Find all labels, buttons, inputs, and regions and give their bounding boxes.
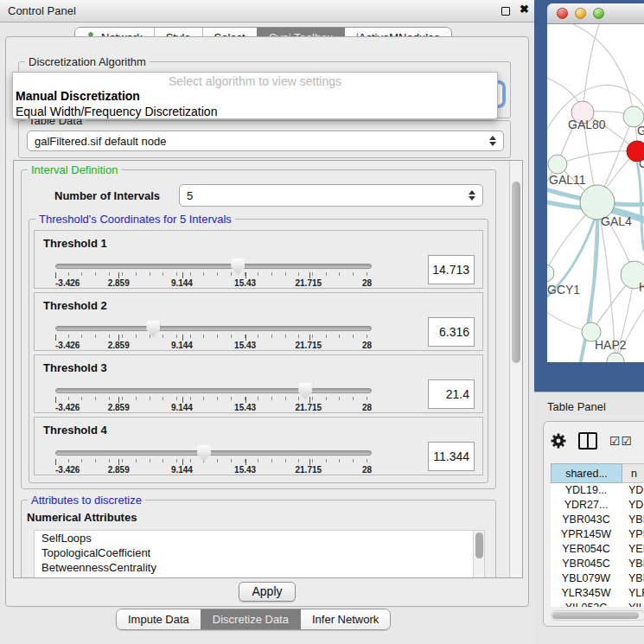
attribute-item[interactable]: TopologicalCoefficient xyxy=(35,545,484,560)
threshold-value-field[interactable]: 14.713 xyxy=(428,255,475,284)
threshold-list: Threshold 1 -3.426 2.859 9.144 15.43 xyxy=(34,230,483,479)
threshold-slider: -3.426 2.859 9.144 15.43 21.715 28 xyxy=(55,383,372,412)
attribute-item[interactable]: SelfLoops xyxy=(35,531,484,545)
columns-icon[interactable] xyxy=(578,432,597,450)
scrollbar-thumb[interactable] xyxy=(512,182,520,363)
table-row[interactable]: YER054C YER0 xyxy=(551,542,644,557)
list-scrollbar[interactable] xyxy=(473,531,484,578)
settings-scrollbar[interactable] xyxy=(509,161,522,577)
node-gal11[interactable] xyxy=(548,155,567,174)
hscroll-thumb[interactable] xyxy=(552,612,639,619)
network-desktop: GAL80 G. C GAL11 GAL4 GCY1 H HAP2 xyxy=(534,0,644,392)
slider-tick-labels: -3.426 2.859 9.144 15.43 21.715 28 xyxy=(55,465,372,475)
node-partial-bottom[interactable] xyxy=(607,353,624,362)
combo-arrows-icon xyxy=(469,190,476,201)
table-panel-title: Table Panel xyxy=(547,400,606,413)
checkbox-icons[interactable]: ☑☑ xyxy=(609,434,633,448)
table-row[interactable]: YPR145W YPR1 xyxy=(551,527,644,542)
bottom-tab-bar: Impute Data Discretize Data Infer Networ… xyxy=(116,609,391,630)
control-panel-titlebar: Control Panel ✖ xyxy=(0,0,534,22)
slider-track[interactable] xyxy=(55,326,372,331)
node-table[interactable]: shared... n YDL19... YDL1 YDR27... YDR2 … xyxy=(551,463,644,607)
thresholds-group: Threshold's Coordinates for 5 Intervals … xyxy=(29,219,488,483)
number-of-intervals-label: Number of Intervals xyxy=(54,189,160,202)
table-data-group: Table Data galFiltered.sif default node xyxy=(18,120,511,158)
threshold-value-field[interactable]: 6.316 xyxy=(428,317,475,347)
slider-track[interactable] xyxy=(55,264,372,269)
float-window-icon[interactable] xyxy=(501,7,510,16)
network-graph: GAL80 G. C GAL11 GAL4 GCY1 H HAP2 xyxy=(547,24,644,362)
zoom-traffic-light[interactable] xyxy=(593,8,604,19)
table-row[interactable]: YDR27... YDR2 xyxy=(551,498,644,513)
algorithm-option-equal-width[interactable]: Equal Width/Frequency Discretization xyxy=(13,104,497,119)
numerical-attributes-list[interactable]: SelfLoopsTopologicalCoefficientBetweenne… xyxy=(34,530,485,578)
close-traffic-light[interactable] xyxy=(557,8,568,19)
slider-ticks xyxy=(55,459,372,465)
slider-ticks xyxy=(55,272,372,278)
algorithm-option-manual[interactable]: Manual Discretization xyxy=(13,88,497,104)
label-gcy1: GCY1 xyxy=(547,283,580,296)
minimize-traffic-light[interactable] xyxy=(575,8,586,19)
table-horizontal-scrollbar[interactable] xyxy=(551,610,644,621)
table-row[interactable]: YBR043C YBR0 xyxy=(551,513,644,527)
apply-button[interactable]: Apply xyxy=(239,582,296,602)
slider-track[interactable] xyxy=(55,450,372,456)
table-row[interactable]: YBL079W YBL0 xyxy=(551,571,644,586)
interval-definition-title: Interval Definition xyxy=(28,163,121,176)
table-row[interactable]: YIL052C YIL0 xyxy=(551,601,644,607)
column-header-shared-name[interactable]: shared... xyxy=(551,463,622,483)
table-data-value: galFiltered.sif default node xyxy=(35,135,166,148)
threshold-label: Threshold 1 xyxy=(43,237,107,250)
node-gcy1[interactable] xyxy=(547,265,554,282)
gear-icon[interactable] xyxy=(551,433,566,449)
slider-tick-labels: -3.426 2.859 9.144 15.43 21.715 28 xyxy=(55,403,372,413)
discretization-algorithm-title: Discretization Algorithm xyxy=(25,55,150,68)
table-panel-toolbar: ☑☑ xyxy=(551,430,633,451)
threshold-slider: -3.426 2.859 9.144 15.43 21.715 28 xyxy=(55,258,372,288)
tab-impute-data[interactable]: Impute Data xyxy=(117,609,201,629)
network-canvas[interactable]: GAL80 G. C GAL11 GAL4 GCY1 H HAP2 xyxy=(547,24,644,362)
table-panel: Table Panel ☑☑ shared... n xyxy=(534,392,644,644)
node-table-header: shared... n xyxy=(551,463,644,483)
table-panel-body: ☑☑ shared... n YDL19... YDL1 YDR27... YD… xyxy=(543,421,644,627)
label-hap2: HAP2 xyxy=(595,338,627,352)
interval-definition-group: Interval Definition Number of Intervals … xyxy=(21,169,496,489)
slider-track[interactable] xyxy=(55,388,372,393)
network-window[interactable]: GAL80 G. C GAL11 GAL4 GCY1 H HAP2 xyxy=(547,3,644,363)
label-gal80: GAL80 xyxy=(568,118,606,131)
threshold-slider: -3.426 2.859 9.144 15.43 21.715 28 xyxy=(55,321,372,350)
attributes-group-title: Attributes to discretize xyxy=(28,494,145,507)
threshold-value-field[interactable]: 11.344 xyxy=(428,442,475,471)
algorithm-dropdown-popup: Select algorithm to view settings Manual… xyxy=(12,72,498,119)
thresholds-title: Threshold's Coordinates for 5 Intervals xyxy=(35,213,235,226)
label-partial-g: G. xyxy=(637,124,644,137)
table-row[interactable]: YLR345W YLR3 xyxy=(551,586,644,601)
cyni-toolbox-panel: Discretization Algorithm Select algorith… xyxy=(5,36,529,607)
node-table-rows: YDL19... YDL1 YDR27... YDR2 YBR043C YBR0… xyxy=(551,483,644,607)
close-icon[interactable]: ✖ xyxy=(520,3,529,16)
column-header-name[interactable]: n xyxy=(622,463,644,483)
algorithm-prompt: Select algorithm to view settings xyxy=(13,73,497,88)
intervals-value: 5 xyxy=(187,189,193,202)
control-panel: Control Panel ✖ Network Style Select Cyn… xyxy=(0,0,534,644)
panel-title: Control Panel xyxy=(8,4,76,17)
attribute-items: SelfLoopsTopologicalCoefficientBetweenne… xyxy=(35,531,484,575)
attribute-item[interactable]: BetweennessCentrality xyxy=(35,560,484,575)
tab-infer-network[interactable]: Infer Network xyxy=(300,609,390,629)
slider-tick-labels: -3.426 2.859 9.144 15.43 21.715 28 xyxy=(55,341,372,351)
number-of-intervals-combobox[interactable]: 5 xyxy=(179,184,483,207)
tab-discretize-data[interactable]: Discretize Data xyxy=(201,609,300,629)
threshold-row: Threshold 1 -3.426 2.859 9.144 15.43 xyxy=(34,230,483,289)
threshold-value-field[interactable]: 21.4 xyxy=(428,379,475,409)
threshold-label: Threshold 2 xyxy=(43,299,107,312)
table-row[interactable]: YDL19... YDL1 xyxy=(551,483,644,498)
slider-ticks xyxy=(55,397,372,403)
table-row[interactable]: YBR045C YBR0 xyxy=(551,557,644,571)
threshold-row: Threshold 2 -3.426 2.859 9.144 15.43 xyxy=(34,292,483,351)
combo-arrows-icon xyxy=(489,136,497,146)
label-partial-c: C xyxy=(639,156,644,170)
table-data-combobox[interactable]: galFiltered.sif default node xyxy=(27,131,504,151)
network-window-titlebar[interactable] xyxy=(547,3,644,24)
slider-tick-labels: -3.426 2.859 9.144 15.43 21.715 28 xyxy=(55,278,372,289)
label-gal4: GAL4 xyxy=(601,214,632,228)
